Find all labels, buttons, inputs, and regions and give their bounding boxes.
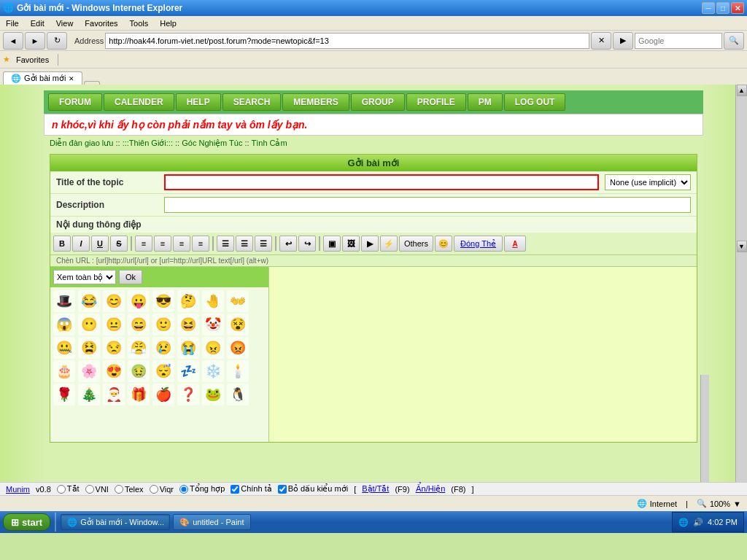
nav-search[interactable]: SEARCH (222, 93, 282, 111)
smiley-item[interactable]: 😎 (152, 290, 174, 312)
scroll-down-button[interactable]: ▼ (737, 241, 747, 252)
breadcrumb-thiengioi[interactable]: :::Thiên Giới::: (123, 139, 173, 147)
smiley-item[interactable]: 😊 (103, 290, 125, 312)
smiley-item[interactable]: 😤 (128, 337, 150, 359)
nav-members[interactable]: MEMBERS (282, 93, 349, 111)
menu-favorites[interactable]: Favorites (82, 18, 120, 28)
nav-pm[interactable]: PM (468, 93, 503, 111)
smiley-item[interactable]: 😱 (53, 314, 75, 335)
nav-help[interactable]: HELP (176, 93, 221, 111)
smiley-item[interactable]: 🌸 (78, 360, 100, 382)
ordered-list-button[interactable]: ☰ (236, 236, 253, 252)
smiley-item[interactable]: 🎅 (103, 384, 125, 405)
active-tab[interactable]: 🌐 Gởi bài mới ✕ (3, 71, 82, 85)
scroll-up-button[interactable]: ▲ (737, 85, 747, 96)
page-scrollbar[interactable]: ▲ ▼ (735, 85, 747, 482)
type-select[interactable]: None (use implicit) (605, 174, 691, 190)
menu-file[interactable]: File (3, 18, 22, 28)
ime-telex-radio[interactable] (115, 485, 123, 494)
maximize-button[interactable]: □ (716, 2, 729, 14)
ime-chinhta-checkbox[interactable] (231, 485, 239, 494)
smiley-item[interactable]: 😵 (227, 314, 249, 335)
taskbar-item-0[interactable]: 🌐 Gởi bài mới - Window... (61, 514, 170, 530)
nav-profile[interactable]: PROFILE (406, 93, 466, 111)
search-button[interactable]: 🔍 (724, 32, 744, 50)
align-center-button[interactable]: ≡ (154, 236, 171, 252)
nav-calender[interactable]: CALENDER (104, 93, 174, 111)
media-button[interactable]: ▶ (361, 236, 379, 252)
smiley-item[interactable]: 😢 (152, 337, 174, 359)
outdent-button[interactable]: ☰ (255, 236, 272, 252)
smiley-item[interactable]: 🍎 (152, 384, 174, 405)
smiley-item[interactable]: 😫 (78, 337, 100, 359)
close-button[interactable]: ✕ (731, 2, 744, 14)
ime-bodaukieumoi[interactable]: Bỏ dấu kiểu mới (278, 484, 348, 494)
ime-bodaukieumoi-checkbox[interactable] (278, 485, 287, 494)
title-input[interactable] (164, 174, 599, 190)
start-button[interactable]: ⊞ start (3, 513, 50, 531)
smiley-item[interactable]: 😆 (177, 314, 199, 335)
smiley-item[interactable]: ❓ (177, 384, 199, 405)
smiley-item[interactable]: 😍 (103, 360, 125, 382)
redo-button[interactable]: ↪ (298, 236, 316, 252)
smileys-ok-button[interactable]: Ok (119, 270, 142, 284)
text-editor[interactable] (269, 267, 697, 442)
smiley-item[interactable]: 😴 (152, 360, 174, 382)
favorites-label[interactable]: Favorites (16, 55, 49, 64)
smiley-item[interactable]: 🌹 (53, 384, 75, 405)
smiley-item[interactable]: 😒 (103, 337, 125, 359)
munim-link[interactable]: Munim (6, 485, 30, 494)
smiley-item[interactable]: 😭 (177, 337, 199, 359)
smiley-item[interactable]: 🎂 (53, 360, 75, 382)
close-tab-button[interactable]: Đóng Thẻ (454, 236, 503, 252)
ime-tat-radio[interactable] (57, 485, 66, 494)
smiley-item[interactable]: ❄️ (202, 360, 224, 382)
zoom-dropdown-icon[interactable]: ▼ (733, 499, 741, 508)
smiley-item[interactable]: 💤 (177, 360, 199, 382)
ime-tonghop[interactable]: Tổng hợp (179, 484, 225, 494)
refresh-button[interactable]: ↻ (47, 32, 67, 50)
smiley-item[interactable]: 😛 (128, 290, 150, 312)
smiley-item[interactable]: 😡 (227, 337, 249, 359)
minimize-button[interactable]: ─ (702, 2, 715, 14)
ime-vni[interactable]: VNI (85, 485, 109, 494)
smiley-item[interactable]: 🐧 (227, 384, 249, 405)
ime-vni-radio[interactable] (85, 485, 94, 494)
undo-button[interactable]: ↩ (279, 236, 297, 252)
breadcrumb-tinhcam[interactable]: Tình Cảm (251, 139, 287, 147)
list-button[interactable]: ☰ (217, 236, 234, 252)
smiley-item[interactable]: 🤔 (177, 290, 199, 312)
ime-tat[interactable]: Tắt (57, 484, 80, 494)
menu-help[interactable]: Help (157, 18, 179, 28)
stop-button[interactable]: ✕ (591, 32, 611, 50)
tab-close-icon[interactable]: ✕ (69, 75, 74, 82)
smiley-item[interactable]: 😄 (128, 314, 150, 335)
image-button[interactable]: 🖼 (342, 236, 360, 252)
smiley-item[interactable]: 😂 (78, 290, 100, 312)
bat-tat-link[interactable]: Bật/Tắt (362, 484, 389, 494)
table-button[interactable]: ▣ (323, 236, 341, 252)
ime-viqr[interactable]: Viqr (150, 485, 174, 494)
search-bar[interactable] (635, 33, 722, 49)
underline-button[interactable]: U (91, 236, 109, 252)
ime-chinhta[interactable]: Chính tả (231, 484, 271, 494)
others-button[interactable]: Others (399, 236, 433, 252)
flash-button[interactable]: ⚡ (380, 236, 398, 252)
align-right-button[interactable]: ≡ (173, 236, 190, 252)
smiley-item[interactable]: 🤢 (128, 360, 150, 382)
smiley-item[interactable]: 🕯️ (227, 360, 249, 382)
go-button[interactable]: ▶ (613, 32, 633, 50)
bold-button[interactable]: B (53, 236, 71, 252)
nav-group[interactable]: GROUP (351, 93, 405, 111)
title-bar-controls[interactable]: ─ □ ✕ (702, 2, 744, 14)
smiley-item[interactable]: 🎄 (78, 384, 100, 405)
align-justify-button[interactable]: ≡ (192, 236, 209, 252)
smiley-item[interactable]: 🎁 (128, 384, 150, 405)
align-left-button[interactable]: ≡ (135, 236, 152, 252)
smiley-item[interactable]: 🎩 (53, 290, 75, 312)
italic-button[interactable]: I (72, 236, 90, 252)
smileys-view-select[interactable]: Xem toàn bộ (53, 270, 116, 284)
smiley-item[interactable]: 🤚 (202, 290, 224, 312)
taskbar-item-1[interactable]: 🎨 untitled - Paint (173, 514, 250, 530)
smiley-item[interactable]: 😐 (103, 314, 125, 335)
